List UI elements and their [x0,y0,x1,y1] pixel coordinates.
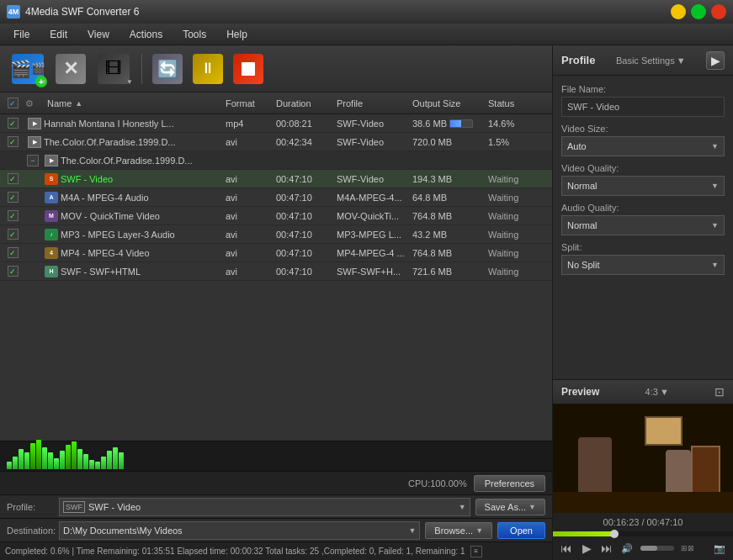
row-duration-3-4: 00:47:10 [273,230,333,240]
row-status-3-1: Waiting [485,174,552,184]
table-row[interactable]: S SWF - Video avi 00:47:10 SWF-Video 194… [0,170,552,188]
row-checkbox-1[interactable] [0,118,25,129]
stop-icon [233,54,263,84]
preview-camera-button[interactable]: 📷 [711,540,728,557]
row-status-3-5: Waiting [485,248,552,258]
pause-button[interactable]: ⏸ [189,50,226,87]
preview-time-text: 00:16:23 / 00:47:10 [603,517,683,527]
row-checkbox-3-5[interactable] [0,247,25,258]
profile-dropdown-arrow: ▼ [459,503,466,511]
row-icon-3-6: H [42,266,61,277]
main-container: 🎬 + ▼ ✕ 🎞 ▼ 🔄 ⏸ [0,45,733,560]
row-duration-3-1: 00:47:10 [273,174,333,184]
profile-select[interactable]: SWF SWF - Video ▼ [59,498,470,516]
table-row[interactable]: H SWF - SWF+HTML avi 00:47:10 SWF-SWF+H.… [0,262,552,281]
audio-bar-item [77,449,82,469]
add-task-button[interactable]: 🎞 ▼ [93,50,135,87]
maximize-button[interactable] [691,4,706,19]
table-row[interactable]: ▶ Hannah Montana I Honestly L... mp4 00:… [0,114,552,133]
basic-settings-button[interactable]: Basic Settings ▼ [616,55,686,66]
preview-ratio-button[interactable]: 4:3 ▼ [645,387,669,397]
preview-forward-button[interactable]: ⏭ [598,540,615,557]
row-name-3-2: M4A - MPEG-4 Audio [61,193,222,203]
save-as-button[interactable]: Save As... ▼ [475,499,545,515]
menu-view[interactable]: View [77,25,120,44]
table-row[interactable]: A M4A - MPEG-4 Audio avi 00:47:10 M4A-MP… [0,188,552,207]
table-header: ⚙ Name ▲ Format Duration Profile Output … [0,92,552,114]
table-row[interactable]: ▶ The.Color.Of.Paradise.1999.D... avi 00… [0,133,552,151]
table-row-group-header[interactable]: − ▶ The.Color.Of.Paradise.1999.D... [0,151,552,170]
video-size-select[interactable]: Auto ▼ [561,136,725,156]
row-checkbox-3-1[interactable] [0,173,25,184]
open-button[interactable]: Open [497,522,545,539]
header-profile-col[interactable]: Profile [333,98,409,108]
preview-progress-fill [553,531,614,536]
split-select[interactable]: No Split ▼ [561,255,725,275]
profile-settings-panel: File Name: Video Size: Auto ▼ Video Qual… [553,76,733,283]
row-checkbox-3-3[interactable] [0,210,25,221]
profile-bar: Profile: SWF SWF - Video ▼ Save As... ▼ [0,494,552,518]
status-text: Completed: 0.6% | Time Remaining: 01:35:… [5,547,465,556]
row-checkbox-2[interactable] [0,136,25,147]
row-status-3-3: Waiting [485,211,552,221]
header-status-col[interactable]: Status [485,98,552,108]
audio-quality-select[interactable]: Normal ▼ [561,215,725,235]
video-quality-select[interactable]: Normal ▼ [561,176,725,196]
preview-progress-thumb [610,530,619,538]
menu-help[interactable]: Help [216,25,258,44]
menu-tools[interactable]: Tools [173,25,216,44]
row-checkbox-3-4[interactable] [0,229,25,240]
table-row[interactable]: 4 MP4 - MPEG-4 Video avi 00:47:10 MP4-MP… [0,244,552,262]
preferences-button[interactable]: Preferences [474,475,545,492]
select-all-checkbox[interactable] [8,98,19,108]
header-duration-col[interactable]: Duration [273,98,333,108]
preview-volume-button[interactable]: 🔊 [619,540,635,557]
preview-screenshot-icon[interactable]: ⊡ [714,385,725,399]
preview-rewind-button[interactable]: ⏮ [558,540,575,557]
add-file-button[interactable]: 🎬 + ▼ [7,50,49,87]
stop-button[interactable] [230,50,267,87]
preview-progress-bar[interactable] [553,531,733,536]
table-row[interactable]: ♪ MP3 - MPEG Layer-3 Audio avi 00:47:10 … [0,225,552,244]
row-icon-3-2: A [42,192,61,203]
preview-play-button[interactable]: ▶ [578,540,595,557]
file-name-field: File Name: [561,84,725,117]
row-profile-3-1: SWF-Video [333,174,409,184]
row-output-3-3: 764.8 MB [409,211,485,221]
audio-bar-item [19,449,24,469]
header-output-col[interactable]: Output Size [409,98,485,108]
status-detail-button[interactable]: ≡ [470,546,482,557]
row-checkbox-3-6[interactable] [0,266,25,277]
file-name-input[interactable] [561,97,725,117]
header-format-col[interactable]: Format [222,98,273,108]
volume-fill [640,546,657,551]
remove-button[interactable]: ✕ [52,50,89,87]
split-arrow: ▼ [711,261,719,269]
dest-dropdown-arrow: ▼ [408,526,416,535]
row-checkbox-3-2[interactable] [0,192,25,203]
volume-slider[interactable] [640,546,674,551]
task-dropdown-arrow: ▼ [126,78,133,86]
menu-actions[interactable]: Actions [120,25,173,44]
video-figure1 [578,437,612,496]
row-format-1: mp4 [222,119,273,129]
minimize-button[interactable] [671,4,686,19]
profile-nav-arrow[interactable]: ▶ [706,51,725,70]
table-row[interactable]: M MOV - QuickTime Video avi 00:47:10 MOV… [0,207,552,225]
expand-toggle[interactable]: − [25,155,42,166]
destination-input[interactable]: D:\My Documents\My Videos ▼ [59,521,420,540]
split-label: Split: [561,242,725,252]
browse-button[interactable]: Browse... ▼ [425,522,492,539]
menu-edit[interactable]: Edit [40,25,77,44]
m4a-icon: A [45,192,58,203]
pause-icon: ⏸ [193,54,223,84]
app-icon: 4M [7,5,20,18]
close-button[interactable] [711,4,726,19]
convert-button[interactable]: 🔄 [149,50,186,87]
speed-controls: ⊞⊠ [681,544,694,552]
header-name-col[interactable]: Name ▲ [44,98,222,108]
header-icon-col: ⚙ [25,98,44,109]
swf-badge: SWF [63,501,85,513]
menu-file[interactable]: File [3,25,40,44]
audio-bar-item [101,457,106,469]
